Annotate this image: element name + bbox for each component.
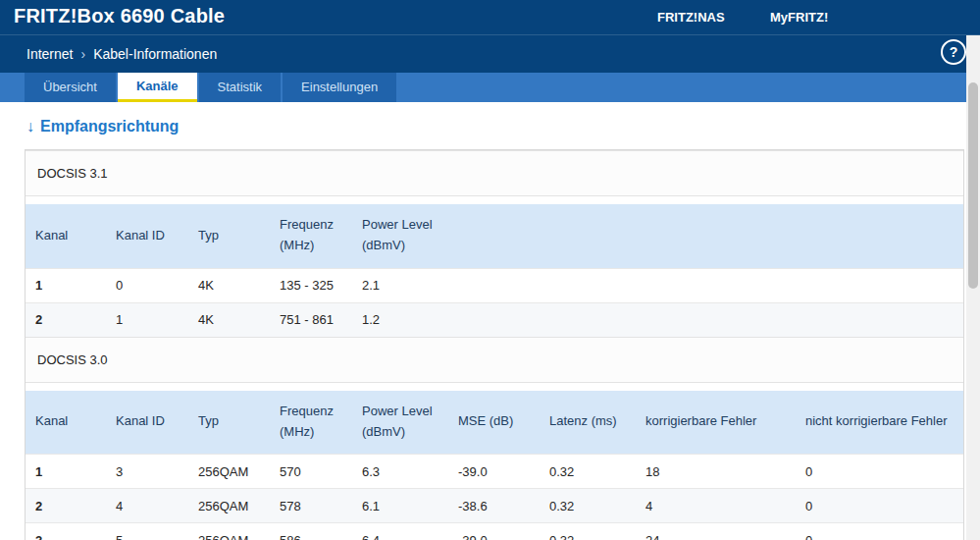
empty-cell: [541, 302, 637, 337]
breadcrumb: Internet › Kabel-Informationen ?: [0, 34, 980, 73]
vertical-scrollbar[interactable]: [966, 35, 980, 540]
table-row: 2 4 256QAM 578 6.1 -38.6 0.32 4 0: [26, 489, 963, 523]
col-mse: MSE (dB): [449, 391, 541, 455]
cell-latenz: 0.32: [541, 455, 637, 489]
empty-cell: [449, 204, 541, 268]
empty-cell: [637, 268, 797, 302]
section-row-docsis30: DOCSIS 3.0: [26, 337, 963, 382]
section-row-docsis31: DOCSIS 3.1: [26, 151, 963, 196]
cell-kanal-id: 5: [107, 523, 189, 540]
col-latenz: Latenz (ms): [541, 391, 637, 455]
cell-korrigierbare-fehler: 24: [637, 523, 797, 540]
heading-label: Empfangsrichtung: [40, 118, 179, 135]
cell-kanal-id: 4: [107, 489, 189, 523]
cell-power-level: 6.3: [353, 455, 449, 489]
cell-kanal: 1: [26, 455, 107, 489]
cell-nicht-korrigierbare-fehler: 0: [797, 455, 963, 489]
col-power-level: Power Level (dBmV): [353, 391, 449, 455]
page: FRITZ!Box 6690 Cable FRITZ!NAS MyFRITZ! …: [0, 0, 980, 540]
tab-einstellungen[interactable]: Einstellungen: [283, 73, 396, 102]
cell-power-level: 6.1: [353, 489, 449, 523]
col-kanal: Kanal: [26, 204, 107, 268]
section-title-docsis31: DOCSIS 3.1: [26, 151, 963, 196]
tab-statistik[interactable]: Statistik: [199, 73, 282, 102]
cell-korrigierbare-fehler: 18: [637, 455, 797, 489]
tab-uebersicht[interactable]: Übersicht: [25, 73, 116, 102]
empty-cell: [637, 204, 797, 268]
table-row: 2 1 4K 751 - 861 1.2: [26, 302, 963, 337]
cell-korrigierbare-fehler: 4: [637, 489, 797, 523]
top-bar: FRITZ!Box 6690 Cable FRITZ!NAS MyFRITZ!: [0, 0, 980, 34]
cell-nicht-korrigierbare-fehler: 0: [797, 523, 963, 540]
cell-kanal-id: 0: [107, 268, 189, 302]
col-frequenz: Frequenz (MHz): [271, 391, 353, 455]
cell-power-level: 1.2: [353, 302, 449, 337]
tab-bar: Übersicht Kanäle Statistik Einstellungen: [0, 73, 980, 102]
cell-typ: 4K: [189, 268, 271, 302]
table-row: 1 3 256QAM 570 6.3 -39.0 0.32 18 0: [26, 455, 963, 489]
cell-kanal-id: 1: [107, 302, 189, 337]
col-kanal-id: Kanal ID: [107, 391, 189, 455]
nav-fritznas-link[interactable]: FRITZ!NAS: [657, 10, 725, 25]
cell-mse: -38.6: [449, 489, 541, 523]
breadcrumb-internet[interactable]: Internet: [26, 46, 73, 62]
breadcrumb-current: Kabel-Informationen: [93, 46, 217, 62]
table-header-row-docsis30: Kanal Kanal ID Typ Frequenz (MHz) Power …: [26, 391, 963, 455]
empty-cell: [541, 268, 637, 302]
app-title: FRITZ!Box 6690 Cable: [14, 5, 225, 27]
empty-cell: [797, 302, 963, 337]
empty-cell: [797, 204, 963, 268]
channels-table: DOCSIS 3.1 Kanal Kanal ID Typ Frequenz (…: [26, 150, 963, 540]
col-typ: Typ: [189, 391, 271, 455]
cell-kanal: 1: [26, 268, 107, 302]
cell-typ: 256QAM: [189, 455, 271, 489]
cell-frequenz: 135 - 325: [271, 268, 353, 302]
breadcrumb-separator-icon: ›: [80, 46, 85, 62]
table-row: 1 0 4K 135 - 325 2.1: [26, 268, 963, 302]
app-header: FRITZ!Box 6690 Cable FRITZ!NAS MyFRITZ! …: [0, 0, 980, 73]
main-content: ↓Empfangsrichtung DOCSIS 3.1 Kanal Kanal…: [0, 102, 964, 540]
cell-kanal: 2: [26, 302, 107, 337]
cell-kanal: 2: [26, 489, 107, 523]
cell-typ: 256QAM: [189, 523, 271, 540]
table-row: 3 5 256QAM 586 6.4 -39.0 0.32 24 0: [26, 523, 963, 540]
cell-latenz: 0.32: [541, 489, 637, 523]
cell-mse: -39.0: [449, 523, 541, 540]
cell-latenz: 0.32: [541, 523, 637, 540]
cell-kanal: 3: [26, 523, 107, 540]
table-header-row-docsis31: Kanal Kanal ID Typ Frequenz (MHz) Power …: [26, 204, 963, 268]
channels-table-card: DOCSIS 3.1 Kanal Kanal ID Typ Frequenz (…: [25, 149, 964, 540]
col-kanal-id: Kanal ID: [107, 204, 189, 268]
col-power-level: Power Level (dBmV): [353, 204, 449, 268]
cell-typ: 4K: [189, 302, 271, 337]
nav-myfritz-link[interactable]: MyFRITZ!: [770, 10, 828, 25]
col-typ: Typ: [189, 204, 271, 268]
help-icon[interactable]: ?: [941, 39, 966, 65]
cell-kanal-id: 3: [107, 455, 189, 489]
cell-frequenz: 570: [271, 455, 353, 489]
cell-typ: 256QAM: [189, 489, 271, 523]
spacer-row: [26, 196, 963, 205]
cell-frequenz: 586: [271, 523, 353, 540]
cell-power-level: 2.1: [353, 268, 449, 302]
scrollbar-thumb[interactable]: [968, 82, 978, 289]
cell-power-level: 6.4: [353, 523, 449, 540]
empty-cell: [797, 268, 963, 302]
cell-frequenz: 578: [271, 489, 353, 523]
col-nicht-korrigierbare-fehler: nicht korrigierbare Fehler: [797, 391, 963, 455]
col-kanal: Kanal: [26, 391, 107, 455]
page-heading: ↓Empfangsrichtung: [26, 118, 179, 135]
empty-cell: [449, 268, 541, 302]
empty-cell: [449, 302, 541, 337]
empty-cell: [637, 302, 797, 337]
cell-frequenz: 751 - 861: [271, 302, 353, 337]
cell-mse: -39.0: [449, 455, 541, 489]
cell-nicht-korrigierbare-fehler: 0: [797, 489, 963, 523]
spacer-row: [26, 382, 963, 391]
down-arrow-icon: ↓: [26, 118, 34, 135]
tab-kanaele[interactable]: Kanäle: [118, 73, 197, 102]
empty-cell: [541, 204, 637, 268]
col-korrigierbare-fehler: korrigierbare Fehler: [637, 391, 797, 455]
section-title-docsis30: DOCSIS 3.0: [26, 337, 963, 382]
col-frequenz: Frequenz (MHz): [271, 204, 353, 268]
